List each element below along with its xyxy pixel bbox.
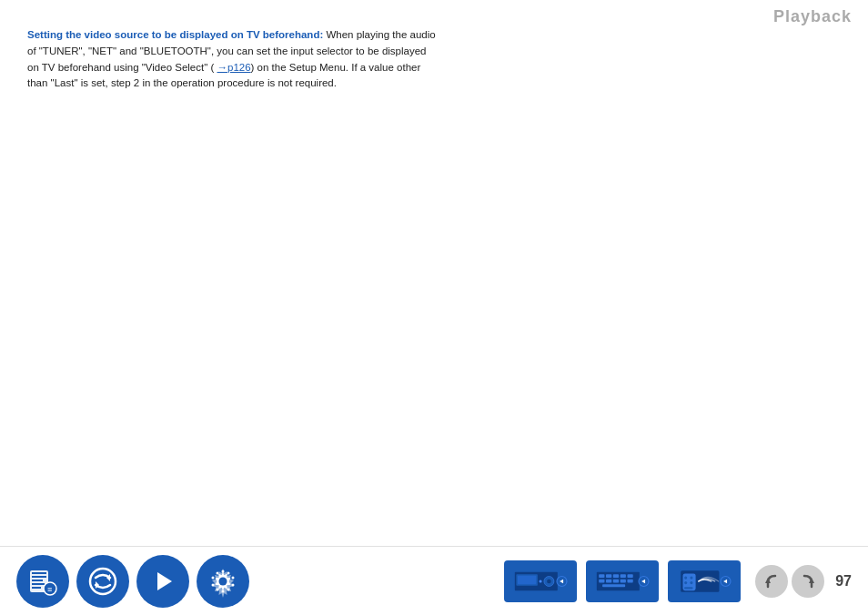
svg-point-54 — [684, 581, 687, 584]
back-arrow-icon — [762, 571, 782, 591]
svg-rect-46 — [602, 584, 625, 587]
svg-rect-45 — [628, 579, 633, 582]
device-group — [504, 560, 741, 602]
svg-rect-56 — [684, 587, 692, 589]
svg-point-52 — [684, 576, 687, 579]
remote-icon — [672, 565, 736, 598]
play-button[interactable] — [136, 555, 189, 608]
bold-heading: Setting the video source to be displayed… — [27, 29, 323, 40]
bottom-toolbar: ≡ — [0, 546, 868, 615]
svg-rect-39 — [621, 574, 626, 578]
svg-rect-1 — [32, 572, 46, 574]
svg-point-21 — [217, 588, 219, 590]
page-number: 97 — [835, 573, 852, 590]
svg-point-15 — [222, 570, 225, 572]
remote-button[interactable] — [668, 560, 741, 602]
svg-point-22 — [212, 583, 215, 586]
page-link[interactable]: →p126 — [217, 62, 251, 73]
svg-point-30 — [547, 579, 551, 583]
svg-rect-38 — [613, 574, 619, 578]
receiver-icon — [509, 565, 572, 598]
scroll-book-button[interactable]: ≡ — [16, 555, 69, 608]
receiver-button[interactable] — [504, 560, 577, 602]
svg-point-23 — [212, 576, 215, 579]
svg-rect-4 — [32, 583, 45, 585]
keyboard-button[interactable] — [586, 560, 659, 602]
svg-point-18 — [232, 583, 235, 586]
nav-arrows — [755, 565, 824, 598]
svg-rect-3 — [32, 580, 43, 581]
settings-button[interactable] — [197, 555, 249, 608]
svg-point-19 — [227, 588, 230, 590]
content-area: Setting the video source to be displayed… — [27, 27, 437, 92]
svg-rect-41 — [599, 579, 604, 582]
svg-rect-28 — [518, 575, 536, 583]
icon-group-left: ≡ — [16, 555, 249, 608]
svg-rect-37 — [606, 574, 611, 578]
svg-rect-44 — [621, 579, 626, 582]
svg-text:≡: ≡ — [47, 585, 52, 594]
connect-icon — [86, 565, 119, 598]
play-icon — [146, 565, 179, 598]
connect-button[interactable] — [76, 555, 129, 608]
svg-point-24 — [217, 571, 219, 574]
svg-rect-42 — [606, 579, 611, 582]
svg-point-16 — [227, 571, 230, 574]
forward-arrow-button[interactable] — [792, 565, 824, 598]
svg-rect-5 — [32, 587, 41, 589]
settings-gear-icon — [207, 565, 239, 598]
svg-point-8 — [90, 569, 116, 594]
svg-rect-40 — [628, 574, 633, 578]
svg-rect-2 — [32, 576, 46, 578]
svg-point-14 — [219, 577, 227, 585]
forward-arrow-icon — [798, 571, 818, 591]
svg-point-31 — [540, 580, 542, 582]
keyboard-icon — [590, 565, 654, 598]
svg-point-55 — [691, 581, 693, 584]
svg-point-20 — [222, 590, 225, 592]
svg-point-17 — [232, 576, 235, 579]
svg-marker-11 — [157, 572, 172, 590]
svg-point-53 — [691, 576, 693, 579]
svg-rect-36 — [599, 574, 604, 578]
svg-rect-43 — [613, 579, 619, 582]
content-paragraph: Setting the video source to be displayed… — [27, 27, 437, 92]
back-arrow-button[interactable] — [755, 565, 788, 598]
scroll-book-icon: ≡ — [26, 565, 59, 598]
page-title: Playback — [773, 7, 852, 26]
